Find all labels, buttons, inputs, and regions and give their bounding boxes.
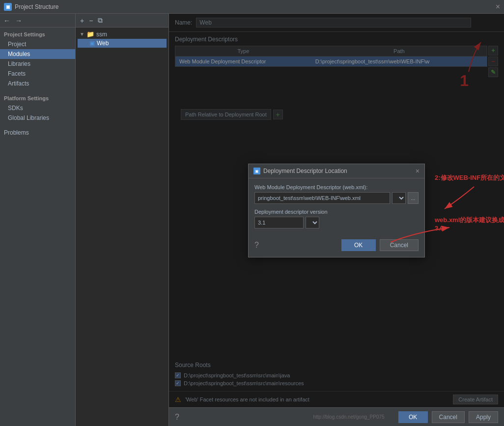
sidebar-item-facets[interactable]: Facets: [0, 69, 75, 79]
descriptor-label: Web Module Deployment Descriptor (web.xm…: [254, 184, 419, 190]
sidebar-item-global-libraries[interactable]: Global Libraries: [0, 113, 75, 123]
content-panel: Name: Deployment Descriptors Type Path: [169, 14, 504, 426]
modal-titlebar: ▣ Deployment Descriptor Location ×: [249, 164, 424, 178]
sidebar-item-modules[interactable]: Modules: [0, 49, 75, 59]
window-title: Project Structure: [15, 3, 58, 10]
content-area: Name: Deployment Descriptors Type Path: [169, 14, 504, 407]
version-label: Deployment descriptor version: [254, 209, 419, 215]
tree-remove-button[interactable]: −: [87, 16, 94, 26]
sidebar: ← → Project Settings Project Modules Lib…: [0, 14, 76, 426]
web-module-icon: ▣: [89, 40, 95, 47]
close-button[interactable]: ×: [496, 2, 500, 11]
project-settings-label: Project Settings: [0, 28, 75, 39]
folder-icon: 📁: [86, 30, 94, 38]
modal-icon: ▣: [253, 168, 260, 174]
sidebar-item-artifacts[interactable]: Artifacts: [0, 79, 75, 88]
modal-close-button[interactable]: ×: [416, 167, 420, 175]
bottom-cancel-button[interactable]: Cancel: [432, 411, 465, 423]
bottom-bar: ? http://blog.csdn.net/gong_PP075 OK Can…: [169, 407, 504, 426]
modal-help-icon[interactable]: ?: [254, 241, 259, 250]
app-icon: ▣: [4, 3, 12, 11]
descriptor-dropdown[interactable]: ▼: [392, 192, 406, 204]
tree-node-label-web: Web: [97, 40, 109, 47]
descriptor-row: ▼ ...: [254, 192, 419, 204]
modal-title: Deployment Descriptor Location: [263, 168, 347, 174]
sidebar-item-project[interactable]: Project: [0, 39, 75, 49]
forward-button[interactable]: →: [14, 16, 24, 26]
bottom-help-icon[interactable]: ?: [175, 413, 179, 422]
tree-node-web[interactable]: ▣ Web: [78, 39, 167, 48]
tree-copy-button[interactable]: ⧉: [96, 15, 104, 26]
arrow-svg-2: [386, 223, 454, 247]
version-dropdown[interactable]: ▼: [306, 217, 319, 228]
watermark: http://blog.csdn.net/gong_PP075: [183, 414, 394, 420]
bottom-ok-button[interactable]: OK: [398, 411, 428, 423]
tree-add-button[interactable]: +: [79, 16, 85, 26]
descriptor-browse-button[interactable]: ...: [408, 192, 419, 204]
tree-node-label-ssm: ssm: [96, 31, 107, 38]
modal-ok-button[interactable]: OK: [341, 239, 376, 251]
sidebar-toolbar: ← →: [0, 14, 75, 28]
platform-settings-label: Platform Settings: [0, 91, 75, 103]
tree-node-ssm[interactable]: ▼ 📁 ssm: [78, 29, 167, 39]
annotation-text-1: 2:修改WEB-INF所在的文件夹: [435, 173, 504, 182]
back-button[interactable]: ←: [2, 16, 12, 26]
annotation-area-2: 2:修改WEB-INF所在的文件夹 web.xml的版本建议换成 3.0: [435, 173, 504, 232]
tree-expand-arrow: ▼: [80, 31, 84, 37]
sidebar-item-problems[interactable]: Problems: [0, 128, 75, 138]
descriptor-input[interactable]: [254, 192, 390, 204]
bottom-apply-button[interactable]: Apply: [469, 411, 498, 423]
tree-toolbar: + − ⧉: [76, 14, 168, 28]
sidebar-item-sdks[interactable]: SDKs: [0, 103, 75, 113]
arrow-svg-3: [435, 184, 484, 214]
tree-content: ▼ 📁 ssm ▣ Web: [76, 28, 168, 426]
version-input[interactable]: [254, 217, 304, 228]
title-bar: ▣ Project Structure ×: [0, 0, 504, 14]
modal-overlay: ▣ Deployment Descriptor Location × Web M…: [169, 14, 504, 407]
sidebar-item-libraries[interactable]: Libraries: [0, 59, 75, 69]
tree-panel: + − ⧉ ▼ 📁 ssm ▣ Web: [76, 14, 169, 426]
